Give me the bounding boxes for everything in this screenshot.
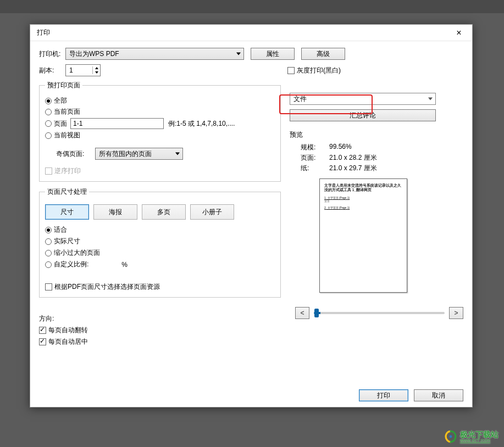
next-page-button[interactable]: >	[449, 307, 463, 319]
printer-selected: 导出为WPS PDF	[69, 49, 119, 59]
odd-even-row: 奇偶页面: 所有范围内的页面	[56, 148, 275, 160]
page-key: 页面:	[301, 153, 329, 163]
radio-actual-label: 实际尺寸	[54, 237, 80, 246]
close-button[interactable]: ×	[449, 26, 469, 40]
auto-rotate-checkbox[interactable]	[39, 327, 46, 334]
grayscale-label: 灰度打印(黑白)	[297, 66, 341, 75]
preview-label: 预览	[290, 130, 463, 139]
reverse-print-row: 逆序打印	[45, 166, 275, 176]
dialog-footer: 打印 取消	[39, 385, 463, 401]
radio-fit[interactable]	[45, 227, 52, 233]
radio-fit-row[interactable]: 适合	[45, 225, 275, 234]
radio-actual[interactable]	[45, 238, 52, 245]
radio-fit-label: 适合	[54, 225, 67, 234]
radio-current-row[interactable]: 当前页面	[45, 107, 275, 116]
dialog-content: 打印机: 导出为WPS PDF 属性 高级 副本: 1 灰度打印(黑白) 预打印	[30, 41, 472, 407]
tab-booklet[interactable]: 小册子	[190, 204, 234, 220]
sizing-tabs: 尺寸 海报 多页 小册子	[45, 204, 275, 220]
pdf-select-source-row[interactable]: 根据PDF页面尺寸选择选择页面资源	[45, 282, 275, 292]
paper-dim-row: 纸: 21.0 x 29.7 厘米	[301, 164, 463, 173]
auto-center-row[interactable]: 每页自动居中	[39, 337, 281, 347]
grayscale-checkbox[interactable]	[287, 67, 295, 74]
preview-doc-h2: 2. 文字宜言 (Page 1)	[324, 206, 402, 209]
printer-select[interactable]: 导出为WPS PDF	[65, 48, 244, 60]
orientation-label: 方向:	[39, 314, 281, 323]
radio-current[interactable]	[45, 109, 52, 115]
advanced-button[interactable]: 高级	[301, 48, 345, 60]
radio-custom-label: 自定义比例:	[54, 260, 88, 269]
radio-custom-row[interactable]: 自定义比例: %	[45, 260, 275, 269]
page-range-group: 预打印页面 全部 当前页面 页面 1-1	[39, 81, 281, 182]
pdf-select-source-checkbox[interactable]	[45, 283, 52, 290]
auto-center-label: 每页自动居中	[48, 337, 88, 347]
scale-key: 规模:	[301, 143, 329, 152]
preview-doc-title: 文字是人类用来交流符号系统该记录以及之久没的方式或工具 1_翻译网页	[324, 183, 402, 193]
copies-value: 1	[69, 66, 73, 74]
main-columns: 预打印页面 全部 当前页面 页面 1-1	[39, 81, 463, 385]
odd-even-value: 所有范围内的页面	[99, 149, 152, 159]
orientation-section: 方向: 每页自动翻转 每页自动居中	[39, 314, 281, 347]
cancel-button[interactable]: 取消	[414, 389, 463, 401]
reverse-label: 逆序打印	[54, 166, 81, 176]
scale-value: 99.56%	[329, 143, 352, 152]
tab-poster[interactable]: 海报	[93, 204, 137, 220]
page-value: 21.0 x 28.2 厘米	[329, 153, 377, 163]
tab-multi[interactable]: 多页	[142, 204, 186, 220]
page-range-hint: 例:1-5 或 1,4,7,8,10,....	[168, 119, 235, 128]
radio-currentview-row[interactable]: 当前视图	[45, 131, 275, 140]
pdf-select-source-label: 根据PDF页面尺寸选择选择页面资源	[54, 282, 160, 292]
radio-pages-label: 页面	[54, 119, 67, 128]
auto-center-checkbox[interactable]	[39, 338, 46, 345]
radio-pages[interactable]	[45, 120, 52, 127]
radio-pages-row[interactable]: 页面 1-1 例:1-5 或 1,4,7,8,10,....	[45, 118, 275, 129]
radio-currentview-label: 当前视图	[54, 131, 80, 140]
reverse-checkbox	[45, 167, 52, 175]
print-dialog: 打印 × 打印机: 导出为WPS PDF 属性 高级 副本: 1 灰度打印(黑白…	[30, 24, 473, 407]
svg-point-0	[450, 435, 452, 438]
document-select-value: 文件	[293, 94, 307, 104]
watermark-url: www.xz7.com	[460, 438, 490, 443]
page-range-input[interactable]: 1-1	[70, 118, 164, 129]
radio-all[interactable]	[45, 98, 52, 104]
copies-row: 副本: 1 灰度打印(黑白)	[39, 64, 463, 76]
dialog-titlebar: 打印 ×	[30, 25, 472, 41]
radio-currentview[interactable]	[45, 132, 52, 139]
paper-key: 纸:	[301, 164, 329, 173]
radio-current-label: 当前页面	[54, 107, 80, 116]
printer-label: 打印机:	[39, 49, 65, 59]
document-select[interactable]: 文件	[290, 93, 436, 105]
radio-custom[interactable]	[45, 261, 52, 268]
size-options: 适合 实际尺寸 缩小过大的页面	[45, 225, 275, 269]
page-slider[interactable]	[314, 312, 445, 314]
summarize-comments-button[interactable]: 汇总评论	[290, 109, 436, 121]
preview-doc-t1: 宜言	[324, 199, 402, 203]
radio-actual-row[interactable]: 实际尺寸	[45, 237, 275, 246]
radio-shrink[interactable]	[45, 250, 52, 256]
odd-even-label: 奇偶页面:	[56, 149, 84, 159]
preview-nav-row: < >	[295, 307, 463, 319]
tab-size[interactable]: 尺寸	[45, 204, 89, 220]
right-column: 文件 汇总评论 预览 规模: 99.56% 页面: 21.0 x 28.2 厘米	[290, 81, 463, 385]
preview-info-table: 规模: 99.56% 页面: 21.0 x 28.2 厘米 纸: 21.0 x …	[301, 143, 463, 173]
prev-page-button[interactable]: <	[295, 307, 309, 319]
auto-rotate-row[interactable]: 每页自动翻转	[39, 326, 281, 335]
properties-button[interactable]: 属性	[251, 48, 295, 60]
paper-value: 21.0 x 29.7 厘米	[329, 164, 377, 173]
radio-all-label: 全部	[54, 96, 67, 105]
radio-shrink-row[interactable]: 缩小过大的页面	[45, 248, 275, 258]
page-sizing-group: 页面尺寸处理 尺寸 海报 多页 小册子 适合	[39, 187, 281, 298]
spin-up-icon[interactable]	[95, 67, 98, 69]
print-button[interactable]: 打印	[359, 389, 408, 401]
dialog-title: 打印	[37, 28, 50, 37]
page-dim-row: 页面: 21.0 x 28.2 厘米	[301, 153, 463, 163]
printer-row: 打印机: 导出为WPS PDF 属性 高级	[39, 48, 463, 60]
spin-down-icon[interactable]	[95, 71, 98, 74]
page-sizing-legend: 页面尺寸处理	[45, 187, 89, 197]
watermark-name: 极光下载站	[460, 431, 499, 438]
odd-even-select[interactable]: 所有范围内的页面	[95, 148, 183, 160]
radio-all-row[interactable]: 全部	[45, 96, 275, 105]
page-range-value: 1-1	[73, 120, 82, 127]
copies-spinner[interactable]: 1	[65, 64, 101, 76]
slider-thumb[interactable]	[314, 309, 319, 317]
grayscale-checkbox-row[interactable]: 灰度打印(黑白)	[287, 66, 341, 75]
